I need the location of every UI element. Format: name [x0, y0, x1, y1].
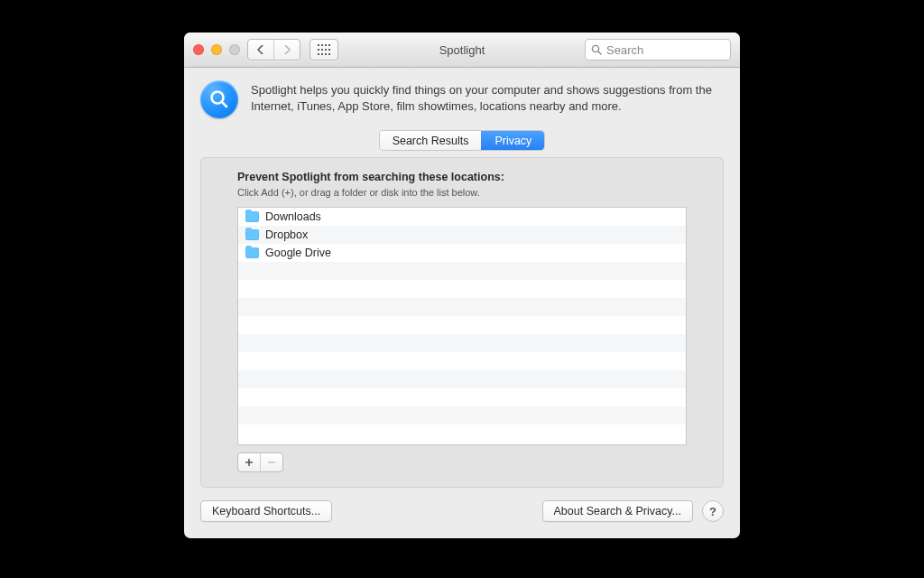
tab-switcher: Search Results Privacy	[380, 131, 545, 150]
minus-icon	[267, 458, 276, 467]
privacy-hint: Click Add (+), or drag a folder or disk …	[237, 187, 687, 198]
window-controls	[193, 44, 240, 55]
search-input[interactable]: Search	[585, 39, 731, 61]
list-item-empty	[238, 316, 686, 334]
list-item-empty	[238, 298, 686, 316]
nav-back-forward	[247, 39, 300, 61]
about-search-privacy-button[interactable]: About Search & Privacy...	[542, 500, 694, 522]
tab-privacy[interactable]: Privacy	[481, 131, 544, 150]
search-placeholder: Search	[606, 43, 643, 57]
privacy-heading: Prevent Spotlight from searching these l…	[237, 171, 687, 183]
forward-button	[273, 40, 300, 60]
excluded-locations-list[interactable]: Downloads Dropbox Google Drive	[237, 207, 687, 445]
svg-line-13	[598, 51, 601, 54]
svg-rect-5	[321, 49, 323, 51]
svg-rect-1	[321, 44, 323, 46]
list-item-empty	[238, 262, 686, 280]
svg-rect-9	[321, 53, 323, 55]
list-item-empty	[238, 352, 686, 370]
privacy-panel: Prevent Spotlight from searching these l…	[200, 157, 724, 488]
titlebar: Spotlight Search	[184, 33, 740, 68]
show-all-button[interactable]	[310, 39, 338, 61]
location-name: Downloads	[265, 210, 321, 223]
pane-header: Spotlight helps you quickly find things …	[184, 68, 740, 131]
location-name: Dropbox	[265, 228, 308, 241]
list-item-empty	[238, 424, 686, 443]
svg-rect-0	[318, 44, 319, 46]
svg-rect-2	[325, 44, 327, 46]
svg-rect-6	[325, 49, 327, 51]
location-name: Google Drive	[265, 247, 331, 259]
back-button[interactable]	[248, 40, 273, 60]
preferences-window: Spotlight Search Spotlight helps you qui…	[184, 33, 740, 538]
remove-location-button[interactable]	[260, 453, 282, 471]
grid-icon	[310, 40, 337, 60]
folder-icon	[245, 247, 259, 258]
svg-rect-11	[328, 53, 330, 55]
list-item-empty	[238, 334, 686, 352]
minimize-window-button[interactable]	[211, 44, 222, 55]
folder-icon	[245, 229, 259, 240]
svg-rect-7	[328, 49, 330, 51]
list-item[interactable]: Dropbox	[238, 226, 686, 244]
close-window-button[interactable]	[193, 44, 204, 55]
svg-rect-10	[325, 53, 327, 55]
pane-description: Spotlight helps you quickly find things …	[251, 80, 720, 114]
svg-line-15	[222, 102, 226, 107]
keyboard-shortcuts-button[interactable]: Keyboard Shortcuts...	[200, 500, 332, 522]
list-item-empty	[238, 388, 686, 406]
help-button[interactable]: ?	[702, 500, 724, 522]
folder-icon	[245, 211, 259, 222]
zoom-window-button	[229, 44, 240, 55]
plus-icon	[245, 458, 254, 467]
svg-rect-8	[318, 53, 319, 55]
list-item-empty	[238, 406, 686, 424]
svg-rect-4	[318, 49, 319, 51]
list-item[interactable]: Downloads	[238, 208, 686, 226]
spotlight-icon	[200, 80, 238, 118]
add-remove-controls	[237, 452, 283, 472]
search-icon	[591, 44, 602, 55]
list-item[interactable]: Google Drive	[238, 244, 686, 262]
list-item-empty	[238, 280, 686, 298]
add-location-button[interactable]	[238, 453, 260, 471]
svg-rect-3	[328, 44, 330, 46]
footer: Keyboard Shortcuts... About Search & Pri…	[184, 500, 740, 538]
list-item-empty	[238, 370, 686, 388]
tab-search-results[interactable]: Search Results	[380, 131, 482, 150]
